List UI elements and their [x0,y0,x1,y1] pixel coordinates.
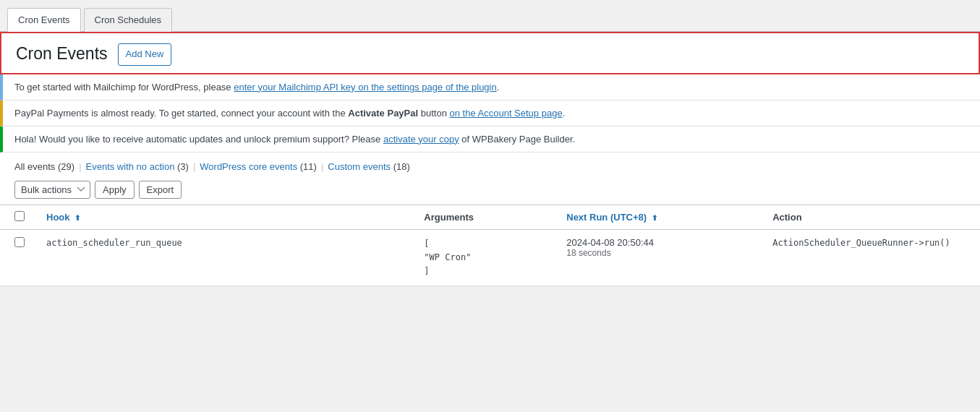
sep2: | [193,161,195,172]
notice-paypal-text-before: PayPal Payments is almost ready. To get … [14,108,348,119]
row-next-run-secondary: 18 seconds [566,248,751,258]
notice-mailchimp-text-after: . [497,82,500,93]
apply-button[interactable]: Apply [95,181,135,199]
page-wrapper: Cron Events Cron Schedules Cron Events A… [0,0,980,412]
sep3: | [321,161,323,172]
row-next-run-value: 2024-04-08 20:50:44 [566,237,751,248]
filter-links: All events (29)|Events with no action (3… [0,153,980,178]
col-header-hook[interactable]: Hook ⬆ [32,205,409,229]
table-row: action_scheduler_run_queue [ "WP Cron" ]… [0,229,980,286]
tab-cron-events[interactable]: Cron Events [7,8,81,32]
row-next-run-cell: 2024-04-08 20:50:44 18 seconds [552,229,758,286]
filter-no-action-count: (3) [177,161,189,172]
filter-all-events-count: (29) [58,161,74,172]
notice-wpbakery-link[interactable]: activate your copy [383,134,459,145]
args-line-2: "WP Cron" [424,252,471,262]
col-next-run-label: Next Run (UTC+8) [566,212,647,223]
tabs-row: Cron Events Cron Schedules [0,7,980,32]
notice-paypal: PayPal Payments is almost ready. To get … [0,100,980,126]
sep1: | [79,161,81,172]
notice-wpbakery-text-after: of WPBakery Page Builder. [459,134,575,145]
cron-events-table: Hook ⬆ Arguments Next Run (UTC+8) ⬆ Acti… [0,205,980,287]
row-action-cell: ActionScheduler_QueueRunner->run() [758,229,980,286]
notice-paypal-bold: Activate PayPal [348,108,418,119]
next-run-sort-icon: ⬆ [652,214,657,222]
bulk-actions-row: Bulk actions Apply Export [0,178,980,205]
row-hook-cell: action_scheduler_run_queue [32,229,409,286]
notice-paypal-text-after: . [563,108,566,119]
col-header-arguments: Arguments [409,205,552,229]
filter-custom-events-link[interactable]: Custom events [328,161,391,172]
filter-all-events-label: All events [14,161,55,172]
notice-wpbakery: Hola! Would you like to receive automati… [0,126,980,153]
bulk-actions-select[interactable]: Bulk actions [14,181,90,199]
export-button[interactable]: Export [139,181,182,199]
filter-no-action-link[interactable]: Events with no action [86,161,175,172]
page-title-area: Cron Events Add New [0,32,980,74]
notice-mailchimp-text-before: To get started with Mailchimp for WordPr… [14,82,234,93]
col-header-next-run[interactable]: Next Run (UTC+8) ⬆ [552,205,758,229]
args-line-3: ] [424,266,429,276]
main-content: Cron Events Add New To get started with … [0,32,980,286]
filter-core-events-link[interactable]: WordPress core events [200,161,297,172]
row-check-cell [0,229,32,286]
notice-mailchimp: To get started with Mailchimp for WordPr… [0,74,980,100]
notice-paypal-link[interactable]: on the Account Setup page [449,108,562,119]
table-header-row: Hook ⬆ Arguments Next Run (UTC+8) ⬆ Acti… [0,205,980,229]
notice-mailchimp-link[interactable]: enter your Mailchimp API key on the sett… [234,82,497,93]
page-title: Cron Events [16,43,108,65]
col-header-action: Action [758,205,980,229]
row-args-value: [ "WP Cron" ] [424,237,545,279]
tab-cron-schedules[interactable]: Cron Schedules [84,8,173,32]
notice-wpbakery-text-before: Hola! Would you like to receive automati… [14,134,383,145]
hook-sort-icon: ⬆ [74,214,80,222]
row-args-cell: [ "WP Cron" ] [409,229,552,286]
filter-core-events-count: (11) [300,161,317,172]
col-header-check [0,205,32,229]
row-hook-value: action_scheduler_run_queue [46,238,182,248]
filter-custom-events-count: (18) [393,161,410,172]
row-action-value: ActionScheduler_QueueRunner->run() [772,238,950,248]
notice-paypal-text-middle: button [418,108,449,119]
col-hook-label: Hook [46,212,70,223]
add-new-button[interactable]: Add New [118,43,172,66]
select-all-checkbox[interactable] [14,211,25,221]
args-line-1: [ [424,239,429,249]
row-checkbox[interactable] [14,237,25,247]
